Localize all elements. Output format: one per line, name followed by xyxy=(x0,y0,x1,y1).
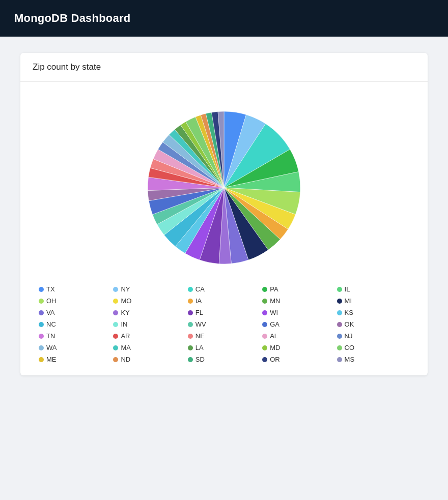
legend-dot-MI xyxy=(337,299,342,304)
legend-label-MN: MN xyxy=(270,297,280,305)
legend-item-NE: NE xyxy=(188,332,260,340)
app-header: MongoDB Dashboard xyxy=(0,0,448,37)
legend-dot-OH xyxy=(39,299,44,304)
legend-item-WV: WV xyxy=(188,320,260,328)
legend-dot-LA xyxy=(188,345,193,350)
legend-item-NC: NC xyxy=(39,320,111,328)
legend-dot-NE xyxy=(188,334,193,339)
legend-dot-OK xyxy=(337,322,342,327)
legend-label-NJ: NJ xyxy=(345,332,353,340)
legend-item-AL: AL xyxy=(262,332,334,340)
legend-label-VA: VA xyxy=(46,309,54,316)
legend-dot-WA xyxy=(39,345,44,350)
legend-label-KY: KY xyxy=(121,309,129,316)
legend-item-CA: CA xyxy=(188,285,260,293)
legend-label-SD: SD xyxy=(195,356,205,363)
chart-legend: TXNYCAPAILOHMOIAMNMIVAKYFLWIKSNCINWVGAOK… xyxy=(33,285,415,363)
legend-label-ND: ND xyxy=(121,356,130,363)
legend-label-MD: MD xyxy=(270,344,280,351)
legend-label-CO: CO xyxy=(345,344,355,351)
legend-label-KS: KS xyxy=(345,309,353,316)
legend-item-TX: TX xyxy=(39,285,111,293)
legend-dot-MD xyxy=(262,345,267,350)
legend-item-WI: WI xyxy=(262,309,334,316)
pie-chart xyxy=(143,106,305,269)
legend-item-MD: MD xyxy=(262,344,334,351)
legend-dot-NY xyxy=(113,287,118,292)
legend-item-TN: TN xyxy=(39,332,111,340)
legend-label-GA: GA xyxy=(270,320,279,328)
legend-label-OH: OH xyxy=(46,297,57,305)
legend-dot-FL xyxy=(188,310,193,315)
legend-item-OK: OK xyxy=(337,320,409,328)
card-header: Zip count by state xyxy=(20,53,428,82)
legend-label-ME: ME xyxy=(46,356,57,363)
legend-item-MA: MA xyxy=(113,344,185,351)
legend-label-NY: NY xyxy=(121,285,130,293)
legend-dot-AR xyxy=(113,334,118,339)
legend-dot-MN xyxy=(262,299,267,304)
legend-label-FL: FL xyxy=(195,309,203,316)
legend-label-WV: WV xyxy=(195,320,206,328)
legend-label-NE: NE xyxy=(195,332,205,340)
legend-item-KY: KY xyxy=(113,309,185,316)
legend-label-OR: OR xyxy=(270,356,280,363)
legend-item-CO: CO xyxy=(337,344,409,351)
legend-item-IA: IA xyxy=(188,297,260,305)
legend-label-WA: WA xyxy=(46,344,57,351)
legend-dot-IA xyxy=(188,299,193,304)
legend-label-NC: NC xyxy=(46,320,56,328)
legend-dot-CO xyxy=(337,345,342,350)
legend-item-ND: ND xyxy=(113,356,185,363)
legend-dot-TX xyxy=(39,287,44,292)
legend-label-OK: OK xyxy=(345,320,354,328)
legend-dot-IL xyxy=(337,287,342,292)
legend-item-IN: IN xyxy=(113,320,185,328)
legend-item-WA: WA xyxy=(39,344,111,351)
legend-label-TN: TN xyxy=(46,332,55,340)
legend-label-WI: WI xyxy=(270,309,278,316)
legend-dot-VA xyxy=(39,310,44,315)
zip-count-card: Zip count by state TXNYCAPAILOHMOIAMNMIV… xyxy=(20,53,428,375)
legend-dot-GA xyxy=(262,322,267,327)
legend-item-OR: OR xyxy=(262,356,334,363)
legend-dot-ME xyxy=(39,357,44,362)
legend-label-TX: TX xyxy=(46,285,55,293)
legend-dot-IN xyxy=(113,322,118,327)
pie-chart-svg xyxy=(143,106,305,269)
legend-item-IL: IL xyxy=(337,285,409,293)
legend-label-CA: CA xyxy=(195,285,205,293)
legend-label-AR: AR xyxy=(121,332,130,340)
legend-label-MI: MI xyxy=(345,297,352,305)
main-content: Zip count by state TXNYCAPAILOHMOIAMNMIV… xyxy=(0,37,448,392)
legend-label-IA: IA xyxy=(195,297,202,305)
legend-label-IN: IN xyxy=(121,320,127,328)
legend-item-VA: VA xyxy=(39,309,111,316)
legend-item-NJ: NJ xyxy=(337,332,409,340)
legend-label-MO: MO xyxy=(121,297,131,305)
card-body: TXNYCAPAILOHMOIAMNMIVAKYFLWIKSNCINWVGAOK… xyxy=(20,82,428,375)
legend-dot-AL xyxy=(262,334,267,339)
legend-label-MA: MA xyxy=(121,344,131,351)
legend-item-MI: MI xyxy=(337,297,409,305)
legend-item-LA: LA xyxy=(188,344,260,351)
legend-item-ME: ME xyxy=(39,356,111,363)
legend-dot-MO xyxy=(113,299,118,304)
legend-item-FL: FL xyxy=(188,309,260,316)
legend-item-OH: OH xyxy=(39,297,111,305)
legend-item-PA: PA xyxy=(262,285,334,293)
legend-dot-KY xyxy=(113,310,118,315)
legend-dot-NJ xyxy=(337,334,342,339)
legend-dot-NC xyxy=(39,322,44,327)
legend-item-AR: AR xyxy=(113,332,185,340)
legend-item-MN: MN xyxy=(262,297,334,305)
legend-dot-OR xyxy=(262,357,267,362)
legend-dot-MS xyxy=(337,357,342,362)
legend-dot-WI xyxy=(262,310,267,315)
legend-item-NY: NY xyxy=(113,285,185,293)
app-title: MongoDB Dashboard xyxy=(14,12,130,25)
legend-dot-TN xyxy=(39,334,44,339)
legend-label-LA: LA xyxy=(195,344,204,351)
legend-dot-PA xyxy=(262,287,267,292)
card-title: Zip count by state xyxy=(33,62,101,72)
